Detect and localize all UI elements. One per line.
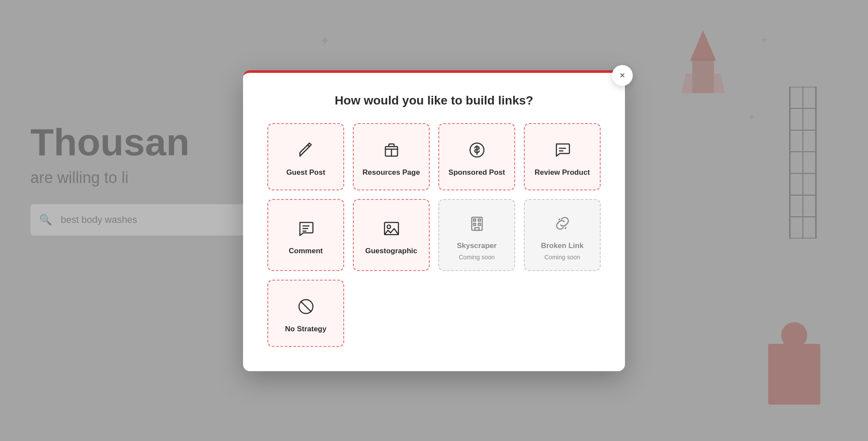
modal-title: How would you like to build links? — [267, 94, 601, 108]
options-row-2: Comment Guestographic — [267, 199, 601, 271]
option-resources-page[interactable]: Resources Page — [353, 123, 430, 190]
review-product-label: Review Product — [535, 168, 590, 177]
comment-label: Comment — [289, 247, 322, 255]
options-row-3: No Strategy — [267, 280, 601, 347]
svg-rect-25 — [473, 219, 476, 221]
broken-link-sublabel: Coming soon — [544, 254, 580, 261]
guest-post-label: Guest Post — [286, 168, 326, 177]
svg-line-31 — [565, 228, 566, 229]
svg-line-30 — [559, 219, 560, 220]
link-icon — [551, 212, 574, 235]
resources-page-label: Resources Page — [362, 168, 420, 177]
guestographic-label: Guestographic — [365, 247, 418, 255]
option-skyscraper: Skyscraper Coming soon — [438, 199, 515, 271]
skyscraper-label: Skyscraper — [457, 242, 497, 250]
option-guest-post[interactable]: Guest Post — [267, 123, 344, 190]
svg-rect-26 — [478, 219, 480, 221]
svg-line-33 — [301, 301, 311, 311]
sponsored-post-label: Sponsored Post — [448, 168, 505, 177]
comment-icon — [295, 217, 317, 240]
svg-rect-27 — [473, 223, 476, 225]
chat-icon — [551, 139, 574, 161]
close-button[interactable]: × — [612, 65, 633, 86]
option-comment[interactable]: Comment — [267, 199, 344, 271]
building-icon — [466, 212, 488, 235]
svg-point-23 — [387, 225, 391, 229]
link-building-modal: × How would you like to build links? Gue… — [243, 70, 625, 371]
skyscraper-sublabel: Coming soon — [459, 254, 495, 261]
no-strategy-label: No Strategy — [285, 325, 326, 333]
dollar-icon — [466, 139, 488, 161]
ban-icon — [295, 295, 317, 318]
option-review-product[interactable]: Review Product — [524, 123, 601, 190]
option-guestographic[interactable]: Guestographic — [353, 199, 430, 271]
option-no-strategy[interactable]: No Strategy — [267, 280, 344, 347]
options-row-1: Guest Post Resources Page — [267, 123, 601, 190]
option-broken-link: Broken Link Coming soon — [524, 199, 601, 271]
modal-overlay[interactable]: × How would you like to build links? Gue… — [0, 0, 868, 441]
pencil-icon — [295, 139, 317, 161]
svg-rect-29 — [475, 228, 479, 230]
option-sponsored-post[interactable]: Sponsored Post — [438, 123, 515, 190]
image-icon — [380, 217, 403, 240]
box-icon — [380, 139, 403, 161]
svg-rect-28 — [478, 223, 480, 225]
broken-link-label: Broken Link — [541, 242, 583, 250]
